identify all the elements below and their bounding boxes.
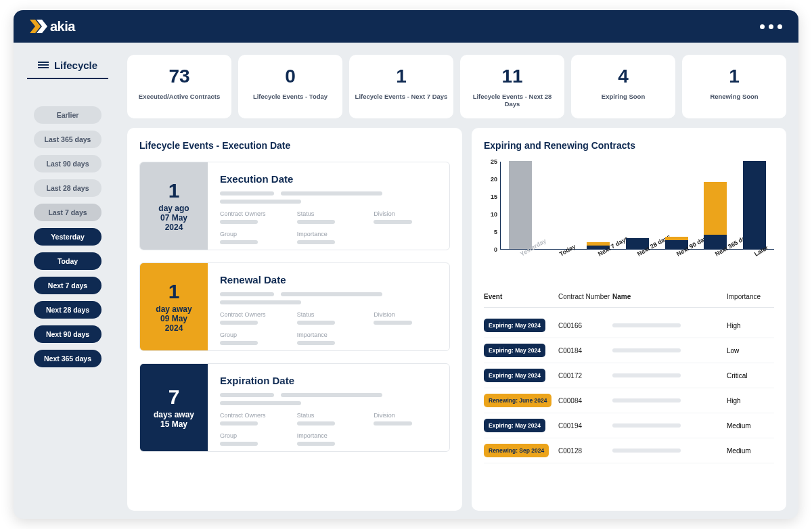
- stat-value: 0: [244, 66, 337, 87]
- logo: akia: [30, 19, 75, 34]
- contract-name: [612, 423, 727, 428]
- contract-number: C00172: [558, 372, 612, 380]
- filter-pill[interactable]: Today: [34, 252, 102, 270]
- table-row[interactable]: Expiring: May 2024C00194Medium: [484, 413, 774, 438]
- filter-pill[interactable]: Next 365 days: [34, 350, 102, 367]
- stat-card: 11Lifecycle Events - Next 28 Days: [460, 55, 564, 118]
- stat-label: Lifecycle Events - Today: [244, 93, 337, 100]
- event-date-badge: 7days away15 May: [140, 364, 208, 451]
- more-icon[interactable]: [760, 24, 782, 29]
- filter-pill[interactable]: Last 7 days: [34, 204, 102, 221]
- stat-value: 1: [355, 66, 448, 87]
- event-body: Expiration DateContract OwnersStatusDivi…: [208, 364, 449, 451]
- contract-number: C00128: [558, 447, 612, 455]
- logo-text: akia: [50, 19, 75, 34]
- importance: High: [727, 397, 774, 405]
- event-badge: Expiring: May 2024: [484, 319, 545, 332]
- filter-pill[interactable]: Next 28 days: [34, 301, 102, 319]
- event-badge: Expiring: May 2024: [484, 369, 545, 382]
- stat-value: 1: [687, 66, 781, 87]
- table-row[interactable]: Expiring: May 2024C00184Low: [484, 338, 774, 363]
- event-badge: Renewing: June 2024: [484, 394, 551, 407]
- stat-card: 1Renewing Soon: [682, 55, 786, 118]
- stat-card: 73Executed/Active Contracts: [127, 55, 231, 118]
- topbar: akia: [14, 10, 798, 43]
- col-contract-number: Contract Number: [558, 293, 612, 300]
- table-header: Event Contract Number Name Importance: [484, 293, 774, 308]
- event-badge: Expiring: May 2024: [484, 344, 545, 357]
- event-date-badge: 1day ago07 May2024: [140, 162, 208, 250]
- contracts-table: Event Contract Number Name Importance Ex…: [484, 293, 774, 463]
- filter-pill[interactable]: Last 90 days: [34, 155, 102, 172]
- sidebar: Lifecycle EarlierLast 365 daysLast 90 da…: [14, 43, 122, 519]
- chart: 0510152025 YesterdayTodayNext 7 daysNext…: [484, 162, 774, 277]
- filter-pill[interactable]: Last 365 days: [34, 131, 102, 148]
- importance: Low: [727, 347, 774, 354]
- stat-label: Lifecycle Events - Next 7 Days: [355, 93, 448, 100]
- contract-number: C00194: [558, 422, 612, 430]
- panel-title: Lifecycle Events - Execution Date: [139, 140, 450, 151]
- event-body: Execution DateContract OwnersStatusDivis…: [208, 162, 449, 250]
- importance: Medium: [727, 422, 774, 430]
- event-body: Renewal DateContract OwnersStatusDivisio…: [208, 263, 449, 350]
- event-card[interactable]: 7days away15 MayExpiration DateContract …: [139, 363, 450, 452]
- contract-number: C00166: [558, 322, 612, 329]
- stat-value: 11: [466, 66, 559, 87]
- filter-pill[interactable]: Last 28 days: [34, 179, 102, 197]
- chart-bar: Later: [735, 162, 774, 249]
- col-name: Name: [612, 293, 727, 300]
- event-badge: Expiring: May 2024: [484, 419, 545, 432]
- stat-value: 73: [133, 66, 226, 87]
- stat-label: Lifecycle Events - Next 28 Days: [466, 93, 559, 108]
- col-importance: Importance: [727, 293, 774, 300]
- event-card[interactable]: 1day away09 May2024Renewal DateContract …: [139, 262, 450, 351]
- table-row[interactable]: Renewing: June 2024C00084High: [484, 388, 774, 413]
- event-badge: Renewing: Sep 2024: [484, 444, 549, 457]
- importance: Medium: [727, 447, 774, 455]
- chart-bar: Next 7 days: [579, 162, 618, 249]
- chart-bar: Next 365 days: [696, 162, 736, 249]
- stat-card: 0Lifecycle Events - Today: [238, 55, 342, 118]
- stat-label: Expiring Soon: [577, 93, 670, 100]
- importance: Critical: [727, 372, 774, 380]
- table-row[interactable]: Expiring: May 2024C00166High: [484, 313, 774, 338]
- contract-name: [612, 323, 727, 327]
- filter-pill[interactable]: Yesterday: [34, 228, 102, 246]
- app-frame: akia Lifecycle EarlierLast 365 daysLast …: [14, 10, 798, 519]
- contract-number: C00184: [558, 347, 612, 354]
- panel-title: Expiring and Renewing Contracts: [484, 140, 774, 151]
- event-title: Execution Date: [220, 173, 437, 185]
- chart-bar: Next 28 days: [618, 162, 657, 249]
- event-card[interactable]: 1day ago07 May2024Execution DateContract…: [139, 162, 450, 250]
- logo-mark-icon: [30, 20, 47, 33]
- filter-pill[interactable]: Earlier: [34, 106, 102, 124]
- importance: High: [727, 322, 774, 329]
- event-date-badge: 1day away09 May2024: [140, 263, 208, 350]
- stat-label: Executed/Active Contracts: [133, 93, 226, 100]
- table-row[interactable]: Expiring: May 2024C00172Critical: [484, 363, 774, 388]
- chart-bar: Yesterday: [501, 162, 540, 249]
- stat-value: 4: [577, 66, 670, 87]
- stats-row: 73Executed/Active Contracts0Lifecycle Ev…: [127, 55, 786, 118]
- event-title: Expiration Date: [220, 375, 437, 386]
- event-title: Renewal Date: [220, 274, 437, 285]
- contract-name: [612, 398, 727, 402]
- list-icon: [38, 62, 49, 70]
- panel-expiring-renewing: Expiring and Renewing Contracts 05101520…: [472, 128, 786, 511]
- contract-name: [612, 448, 727, 453]
- chart-bar: Today: [540, 162, 579, 249]
- filter-pill[interactable]: Next 90 days: [34, 325, 102, 343]
- sidebar-title-label: Lifecycle: [54, 60, 97, 71]
- stat-card: 1Lifecycle Events - Next 7 Days: [349, 55, 453, 118]
- contract-number: C00084: [558, 397, 612, 405]
- filter-pill[interactable]: Next 7 days: [34, 277, 102, 294]
- table-row[interactable]: Renewing: Sep 2024C00128Medium: [484, 438, 774, 463]
- contract-name: [612, 348, 727, 352]
- panel-lifecycle-events: Lifecycle Events - Execution Date 1day a…: [127, 128, 462, 511]
- chart-bar: Next 90 days: [657, 162, 696, 249]
- contract-name: [612, 373, 727, 377]
- stat-label: Renewing Soon: [687, 93, 781, 100]
- stat-card: 4Expiring Soon: [571, 55, 675, 118]
- col-event: Event: [484, 293, 558, 300]
- sidebar-title: Lifecycle: [27, 60, 108, 79]
